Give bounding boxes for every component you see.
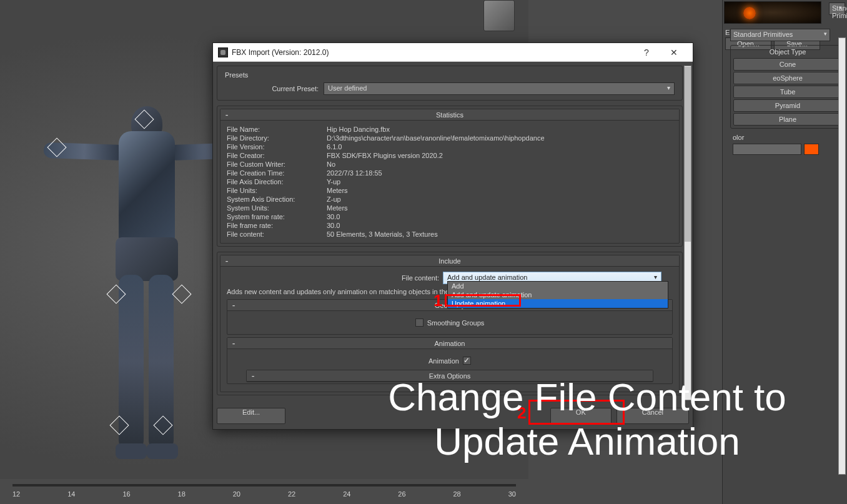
statistics-header[interactable]: - Statistics [220,109,679,121]
primitive-button-tube[interactable]: Tube [733,86,842,98]
category-value-2: Standard Primitives [733,31,793,38]
primitive-button-geosphere[interactable]: eoSphere [733,72,842,84]
model-placeholder [56,106,231,493]
dialog-titlebar[interactable]: FBX Import (Version: 2012.0) ? ✕ [213,43,693,62]
stat-value: FBX SDK/FBX Plugins version 2020.2 [327,152,673,159]
timeline-tick: 20 [233,490,240,503]
timeline-track[interactable] [12,484,516,487]
scrollbar-thumb[interactable] [685,67,691,242]
panel-scrollbar[interactable] [838,37,846,475]
collapse-icon[interactable]: - [230,340,237,347]
stat-value: D:\3dthings\character\ran\base\ranonline… [327,134,673,142]
model-torso [119,131,175,244]
viewcube[interactable] [483,0,515,31]
presets-title: Presets [225,71,675,79]
current-preset-dropdown[interactable]: User defined [324,82,675,95]
include-groupbox: - Include File content: Add and update a… [217,252,683,395]
stat-label: File Units: [227,187,327,194]
stat-value: Y-up [327,178,673,185]
file-content-dropdown-list[interactable]: Add Add and update animation Update anim… [447,281,668,309]
close-button[interactable]: ✕ [660,44,688,61]
animation-checkbox[interactable] [463,357,471,365]
timeline-tick: 30 [508,490,516,503]
stat-value: 30.0 [327,222,673,229]
stat-value: Z-up [327,195,673,203]
animation-label: Animation [428,357,459,365]
stat-label: File Version: [227,143,327,151]
ok-button[interactable]: OK [550,408,612,424]
stat-value: Meters [327,187,673,194]
extra-options-header[interactable]: - Extra Options [247,370,653,382]
include-header[interactable]: - Include [220,255,679,267]
timeline[interactable]: 12 14 16 18 20 22 24 26 28 30 [0,479,528,504]
stat-label: File Creation Time: [227,169,327,177]
color-label: olor [733,134,744,141]
help-button[interactable]: ? [633,44,660,61]
statistics-groupbox: - Statistics File Name:Hip Hop Dancing.f… [217,106,683,247]
dropdown-option-add-update[interactable]: Add and update animation [448,290,668,299]
object-type-rollout: Object Type Cone eoSphere Tube Pyramid P… [730,45,845,129]
smoothing-groups-checkbox[interactable] [415,319,423,327]
object-name-field[interactable] [733,144,801,155]
stat-label: File Name: [227,126,327,133]
current-preset-value: User defined [328,84,367,92]
timeline-tick: 22 [288,490,295,503]
category-dropdown[interactable]: Standard Primitives [829,2,845,15]
fbx-import-dialog: FBX Import (Version: 2012.0) ? ✕ Presets… [212,42,693,430]
stat-value: 2022/7/3 12:18:55 [327,169,673,177]
stat-label: System frame rate: [227,213,327,220]
category-value: Standard Primitives [832,4,847,19]
stat-value: Meters [327,204,673,212]
command-panel: Standard Primitives EBM: Open... Save...… [722,0,847,504]
panel-logo [724,1,821,24]
timeline-tick: 28 [453,490,461,503]
current-preset-label: Current Preset: [225,85,319,92]
timeline-tick: 18 [178,490,186,503]
timeline-tick: 26 [398,490,405,503]
stat-label: System Units: [227,204,327,212]
dropdown-option-update-animation[interactable]: Update animation [448,299,668,308]
stat-label: File Axis Direction: [227,178,327,185]
stat-label: File Creator: [227,152,327,159]
stat-label: System Axis Direction: [227,195,327,203]
primitive-button-plane[interactable]: Plane [733,113,842,126]
statistics-grid: File Name:Hip Hop Dancing.fbx File Direc… [227,126,673,238]
dialog-body: Presets Current Preset: User defined - S… [217,66,683,399]
category-dropdown-2[interactable]: Standard Primitives [730,29,830,41]
stat-value: No [327,161,673,168]
animation-header[interactable]: - Animation [227,338,672,349]
timeline-tick: 12 [12,490,20,503]
stat-label: File content: [227,230,327,238]
file-content-value: Add and update animation [447,274,527,281]
include-title: Include [220,257,679,265]
bone-marker[interactable] [172,284,191,304]
dialog-app-icon [218,47,228,57]
smoothing-groups-label: Smoothing Groups [427,319,485,327]
primitive-button-cone[interactable]: Cone [733,58,842,71]
dialog-scrollbar[interactable] [684,66,691,400]
collapse-icon[interactable]: - [249,372,257,380]
model-foot-right [147,443,178,459]
timeline-ticks: 12 14 16 18 20 22 24 26 28 30 [12,490,516,503]
stat-label: File frame rate: [227,222,327,229]
model-hips [116,237,178,281]
object-type-title: Object Type [732,48,843,56]
extra-options-title: Extra Options [247,372,653,380]
collapse-icon[interactable]: - [223,111,230,119]
file-content-label: File content: [227,274,439,282]
dropdown-option-add[interactable]: Add [448,282,668,290]
name-color-section: olor [730,134,846,155]
primitive-button-pyramid[interactable]: Pyramid [733,99,842,112]
animation-title: Animation [227,340,672,347]
timeline-tick: 24 [343,490,350,503]
edit-button[interactable]: Edit... [217,408,285,424]
collapse-icon[interactable]: - [223,257,230,265]
model-foot-left [116,443,147,459]
statistics-title: Statistics [220,111,679,119]
collapse-icon[interactable]: - [230,302,237,309]
cancel-button[interactable]: Cancel [617,408,689,424]
presets-groupbox: Presets Current Preset: User defined [217,66,683,101]
stat-value: 6.1.0 [327,143,673,151]
object-color-swatch[interactable] [804,144,819,155]
timeline-tick: 16 [122,490,130,503]
